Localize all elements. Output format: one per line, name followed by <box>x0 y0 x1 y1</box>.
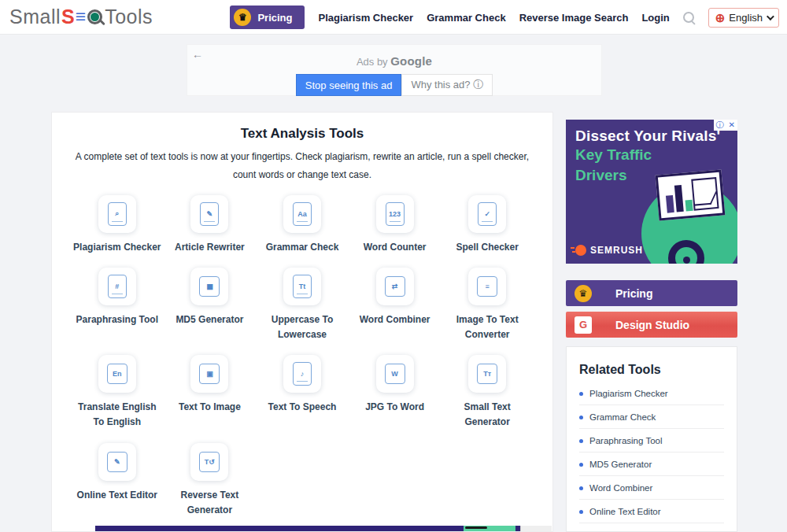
tool-label: Image To Text Converter <box>442 312 533 342</box>
bullet-dot-icon <box>579 463 583 467</box>
sidebar-pricing-label: Pricing <box>615 287 652 300</box>
text-analysis-tools-card: Text Analysis Tools A complete set of te… <box>51 112 553 532</box>
related-tools-panel: Related Tools Plagiarism Checker Grammar… <box>566 346 737 532</box>
tool-icon-tile: ♪ <box>283 355 321 393</box>
tool-card[interactable]: W JPG To Word <box>349 355 442 430</box>
tool-label: Plagiarism Checker <box>72 240 163 255</box>
document-hash-icon: # <box>108 275 127 298</box>
document-grammar-icon: Aa <box>293 202 312 226</box>
tool-card[interactable]: Aa Grammar Check <box>256 195 349 255</box>
why-this-ad-button[interactable]: Why this ad? ⓘ <box>401 74 493 96</box>
next-ad-banner-partial[interactable] <box>95 526 552 531</box>
tool-card[interactable]: En Translate English To English <box>71 355 164 430</box>
related-tool-link[interactable]: Online Text Editor <box>579 500 724 523</box>
adchoices-controls: ⓘ ✕ <box>714 120 737 131</box>
tool-label: Small Text Generator <box>442 400 533 430</box>
nav-link-login[interactable]: Login <box>641 12 669 24</box>
tool-card[interactable]: ⇄ Word Combiner <box>349 268 442 342</box>
tool-label: JPG To Word <box>349 400 441 415</box>
crown-icon: ♛ <box>575 285 592 302</box>
adchoices-info-icon[interactable]: ⓘ <box>714 120 726 131</box>
merge-squares-icon: ⇄ <box>385 276 405 297</box>
document-check-icon: ✓ <box>478 202 497 226</box>
header-nav: ♛ Pricing Plagiarism Checker Grammar Che… <box>230 0 779 35</box>
tool-label: Word Combiner <box>349 312 441 327</box>
crown-icon: ♛ <box>234 9 251 26</box>
design-studio-icon: G <box>575 316 592 334</box>
steering-wheel-illustration <box>668 240 704 264</box>
tool-label: Spell Checker <box>442 240 533 255</box>
tool-icon-tile: 123 <box>376 195 414 233</box>
language-label: English <box>729 12 763 24</box>
tool-card[interactable]: ▣ Text To Image <box>164 355 257 430</box>
tool-card[interactable]: Tᴛ Small Text Generator <box>441 355 534 430</box>
tool-icon-tile: Tᴛ <box>468 355 506 393</box>
bullet-dot-icon <box>579 416 583 419</box>
related-tool-link[interactable]: Plagiarism Checker <box>579 382 724 405</box>
globe-icon: ⊕ <box>715 12 726 24</box>
tool-label: MD5 Generator <box>164 312 255 327</box>
tool-icon-tile: T↺ <box>190 443 228 481</box>
ads-by-google-label: Ads by Google <box>187 54 601 68</box>
tool-card[interactable]: # Paraphrasing Tool <box>71 268 164 342</box>
description-line-1: A complete set of text tools is now at y… <box>52 148 552 166</box>
tool-icon-tile: ⇄ <box>376 268 414 305</box>
document-count-icon: 123 <box>386 202 405 226</box>
tool-card[interactable]: T↺ Reverse Text Generator <box>164 443 257 518</box>
sidebar-design-studio-button[interactable]: G Design Studio <box>566 312 737 338</box>
related-tool-link[interactable]: Word Combiner <box>579 476 724 500</box>
tool-card[interactable]: Tt Uppercase To Lowercase <box>256 268 349 342</box>
related-tool-link[interactable]: Reverse Text Generator <box>579 523 724 532</box>
nav-link-plagiarism-checker[interactable]: Plagiarism Checker <box>318 12 413 24</box>
small-text-icon: Tᴛ <box>477 364 497 384</box>
related-tool-link[interactable]: Paraphrasing Tool <box>579 429 724 453</box>
tool-card[interactable]: ✎ Article Rewriter <box>164 195 257 255</box>
related-tool-label: Online Text Editor <box>589 507 661 516</box>
related-tool-link[interactable]: Grammar Check <box>579 405 724 429</box>
tool-card[interactable]: ✓ Spell Checker <box>441 195 534 255</box>
image-to-text-icon: ≡ <box>477 276 497 297</box>
tool-card[interactable]: 123 Word Counter <box>349 195 442 255</box>
document-search-icon: ⌕ <box>108 202 127 226</box>
semrush-brand-text: SEMRUSH <box>590 245 643 256</box>
site-logo[interactable]: SmallS≡Tools <box>9 6 153 28</box>
tool-icon-tile: ✎ <box>190 195 228 233</box>
chevron-down-icon <box>767 13 774 20</box>
google-wordmark: Google <box>390 54 432 68</box>
search-icon[interactable] <box>683 12 695 24</box>
document-case-icon: Tt <box>293 275 312 298</box>
language-selector[interactable]: ⊕ English <box>708 8 779 28</box>
tool-card[interactable]: ⌕ Plagiarism Checker <box>71 195 164 255</box>
bullet-dot-icon <box>579 486 583 490</box>
header-pricing-button[interactable]: ♛ Pricing <box>230 6 305 29</box>
tool-icon-tile: W <box>376 355 414 393</box>
bullet-dot-icon <box>579 510 583 514</box>
nav-link-grammar-check[interactable]: Grammar Check <box>427 12 505 24</box>
tool-card[interactable]: ≡ Image To Text Converter <box>441 268 534 342</box>
semrush-ad[interactable]: ⓘ ✕ Dissect Your Rivals' Key Traffic Dri… <box>566 120 737 264</box>
adchoices-close-icon[interactable]: ✕ <box>726 120 737 131</box>
tool-card[interactable]: ▦ MD5 Generator <box>164 268 257 342</box>
tool-card[interactable]: ♪ Text To Speech <box>256 355 349 430</box>
ad-back-arrow[interactable]: ← <box>192 48 203 61</box>
related-tool-label: Paraphrasing Tool <box>589 436 663 445</box>
next-ad-adchoices-corner <box>520 526 552 531</box>
stop-seeing-ad-button[interactable]: Stop seeing this ad <box>296 74 402 96</box>
related-tool-label: Word Combiner <box>589 483 652 493</box>
related-tool-label: Grammar Check <box>589 412 656 422</box>
tool-label: Uppercase To Lowercase <box>257 312 348 342</box>
tool-icon-tile: ✎ <box>98 443 136 481</box>
nav-link-reverse-image-search[interactable]: Reverse Image Search <box>519 12 629 24</box>
ad-monitor-illustration <box>656 169 726 220</box>
tool-icon-tile: ▣ <box>190 355 228 393</box>
related-tools-list: Plagiarism Checker Grammar Check Paraphr… <box>579 382 724 532</box>
tool-label: Reverse Text Generator <box>164 488 255 518</box>
description-line-2: count words or change text case. <box>52 166 552 184</box>
qr-grid-icon: ▦ <box>199 276 220 297</box>
tool-card[interactable]: ✎ Online Text Editor <box>71 443 164 518</box>
related-tool-link[interactable]: MD5 Generator <box>579 453 724 476</box>
sidebar-pricing-button[interactable]: ♛ Pricing <box>566 280 737 306</box>
tool-icon-tile: ⌕ <box>98 195 136 233</box>
microphone-icon: ♪ <box>293 362 312 386</box>
google-ad-banner: ← Ads by Google Stop seeing this ad Why … <box>187 44 602 96</box>
